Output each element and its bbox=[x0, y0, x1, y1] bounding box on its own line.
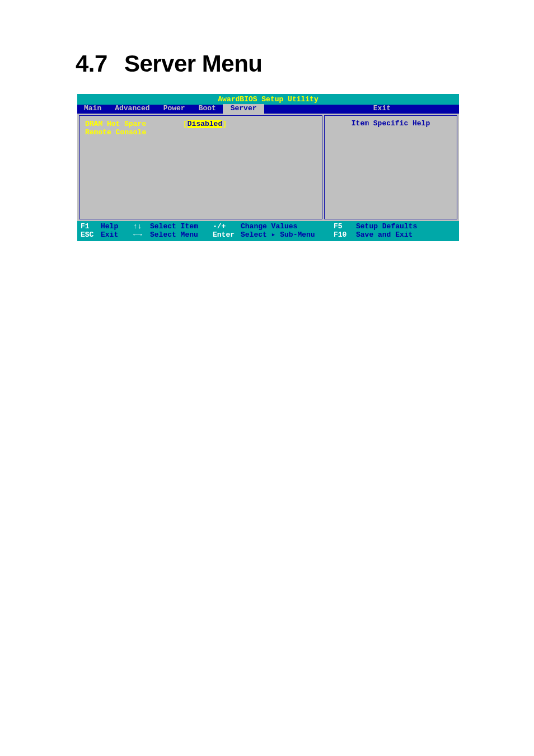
footer-label-setup-defaults: Setup Defaults bbox=[356, 223, 417, 231]
bios-help-pane: Item Specific Help bbox=[324, 115, 457, 219]
page-heading: 4.7Server Menu bbox=[0, 0, 534, 94]
bios-tab-bar: Main Advanced Power Boot Server Exit bbox=[77, 105, 459, 114]
tab-main[interactable]: Main bbox=[77, 104, 108, 114]
footer-row-2: ESC Exit ←→ Select Menu Enter Select ▸ S… bbox=[81, 231, 456, 240]
tab-power[interactable]: Power bbox=[157, 104, 192, 114]
bios-main-area: DRAM Hot Spare [Disabled] Remote Console… bbox=[77, 114, 459, 221]
footer-key-enter: Enter bbox=[213, 231, 241, 240]
bios-window: AwardBIOS Setup Utility Main Advanced Po… bbox=[77, 94, 459, 241]
bios-footer: F1 Help ↑↓ Select Item -/+ Change Values… bbox=[77, 221, 459, 241]
footer-label-save-exit: Save and Exit bbox=[356, 231, 413, 240]
footer-label-change-values: Change Values bbox=[241, 223, 334, 231]
option-remote-value: [Disabled] bbox=[183, 129, 227, 137]
tab-server-label: Server bbox=[231, 104, 257, 112]
option-remote-label: Remote Console bbox=[85, 129, 183, 137]
option-dram-value: [Disabled] bbox=[183, 120, 227, 129]
footer-key-minusplus: -/+ bbox=[213, 223, 241, 231]
footer-key-f5: F5 bbox=[334, 223, 356, 231]
footer-label-exit: Exit bbox=[101, 231, 133, 240]
bios-title-bar: AwardBIOS Setup Utility bbox=[77, 94, 459, 105]
footer-key-leftright: ←→ bbox=[133, 231, 150, 240]
footer-key-f10: F10 bbox=[334, 231, 356, 240]
footer-key-updown: ↑↓ bbox=[133, 223, 150, 231]
footer-key-esc: ESC bbox=[81, 231, 101, 240]
heading-title: Server Menu bbox=[124, 50, 263, 77]
tab-boot[interactable]: Boot bbox=[192, 104, 223, 114]
bios-title-text: AwardBIOS Setup Utility bbox=[218, 95, 318, 104]
tab-server[interactable]: Server bbox=[223, 104, 264, 114]
footer-label-select-menu: Select Menu bbox=[150, 231, 213, 240]
tab-advanced[interactable]: Advanced bbox=[108, 104, 156, 114]
bios-left-pane: DRAM Hot Spare [Disabled] Remote Console… bbox=[79, 115, 322, 219]
footer-key-f1: F1 bbox=[81, 223, 101, 231]
footer-label-help: Help bbox=[101, 223, 133, 231]
bios-help-title: Item Specific Help bbox=[328, 118, 453, 129]
option-remote-console[interactable]: Remote Console [Disabled] bbox=[85, 129, 316, 137]
option-dram-label: DRAM Hot Spare bbox=[85, 120, 183, 129]
footer-label-select-item: Select Item bbox=[150, 223, 213, 231]
footer-row-1: F1 Help ↑↓ Select Item -/+ Change Values… bbox=[81, 223, 456, 231]
footer-label-select-submenu: Select ▸ Sub-Menu bbox=[241, 231, 334, 240]
tab-exit[interactable]: Exit bbox=[367, 104, 397, 114]
option-dram-value-text: Disabled bbox=[188, 120, 222, 128]
option-dram-hot-spare[interactable]: DRAM Hot Spare [Disabled] bbox=[85, 120, 316, 129]
option-remote-value-text: Disabled bbox=[188, 128, 222, 137]
heading-number: 4.7 bbox=[76, 50, 107, 77]
